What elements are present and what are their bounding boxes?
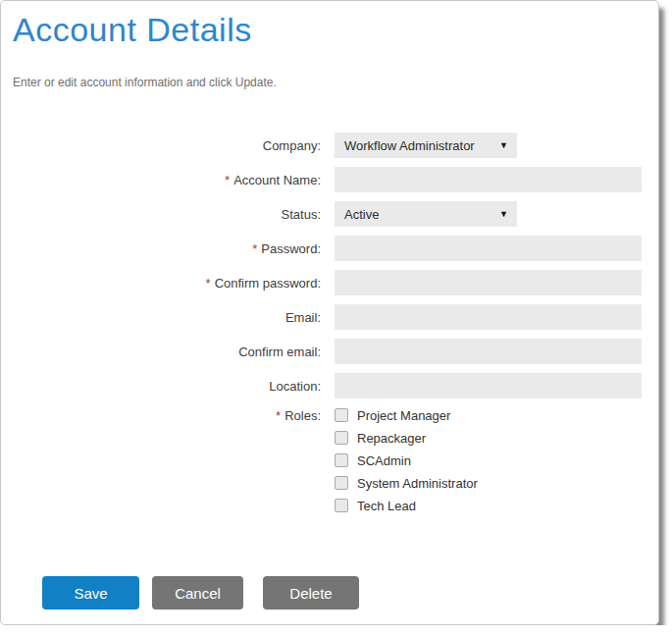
required-asterisk: * [276, 408, 281, 423]
location-label: Location: [1, 379, 335, 394]
role-option-scadmin[interactable]: SCAdmin [335, 452, 478, 468]
email-label: Email: [1, 310, 335, 325]
confirm-password-input[interactable] [335, 270, 642, 295]
chevron-down-icon: ▼ [499, 210, 508, 219]
role-option-tech-lead[interactable]: Tech Lead [335, 498, 478, 513]
form-row-status: Status: Active ▼ [1, 201, 658, 227]
confirm-password-label: *Confirm password: [1, 276, 335, 291]
checkbox-icon[interactable] [335, 499, 348, 512]
account-form: Company: Workflow Administrator ▼ *Accou… [1, 133, 658, 520]
form-row-confirm-email: Confirm email: [1, 339, 658, 364]
role-label: Tech Lead [357, 499, 416, 513]
email-input[interactable] [335, 304, 642, 330]
password-input[interactable] [335, 236, 642, 261]
location-input[interactable] [335, 373, 642, 398]
account-name-label: *Account Name: [1, 173, 335, 187]
cancel-button[interactable]: Cancel [152, 576, 243, 610]
required-asterisk: * [252, 241, 257, 256]
roles-checkbox-group: Project Manager Repackager SCAdmin Syste… [335, 407, 478, 520]
role-option-project-manager[interactable]: Project Manager [335, 407, 478, 423]
confirm-email-input[interactable] [335, 339, 642, 364]
role-label: System Administrator [357, 476, 478, 491]
company-label: Company: [1, 138, 335, 153]
role-label: Repackager [357, 431, 426, 446]
form-row-location: Location: [1, 373, 658, 398]
required-asterisk: * [225, 173, 230, 187]
save-button[interactable]: Save [42, 576, 139, 610]
checkbox-icon[interactable] [335, 408, 348, 422]
form-row-email: Email: [1, 304, 658, 330]
role-option-system-administrator[interactable]: System Administrator [335, 475, 478, 491]
account-details-panel: Account Details Enter or edit account in… [0, 0, 659, 625]
account-name-input[interactable] [335, 167, 642, 192]
checkbox-icon[interactable] [335, 431, 348, 445]
required-asterisk: * [206, 276, 211, 291]
company-select[interactable]: Workflow Administrator ▼ [335, 133, 517, 158]
password-label: *Password: [1, 241, 335, 256]
status-select-value: Active [344, 207, 379, 222]
page-title: Account Details [13, 11, 658, 49]
role-label: SCAdmin [357, 453, 411, 468]
page-subtitle: Enter or edit account information and cl… [13, 76, 658, 89]
delete-button[interactable]: Delete [263, 576, 359, 610]
checkbox-icon[interactable] [335, 453, 348, 467]
status-label: Status: [1, 207, 335, 222]
form-row-account-name: *Account Name: [1, 167, 658, 192]
chevron-down-icon: ▼ [499, 141, 508, 150]
form-row-confirm-password: *Confirm password: [1, 270, 658, 295]
checkbox-icon[interactable] [335, 476, 348, 490]
status-select[interactable]: Active ▼ [335, 201, 517, 227]
role-label: Project Manager [357, 408, 450, 423]
form-row-roles: *Roles: Project Manager Repackager SCAdm… [1, 407, 658, 520]
roles-label: *Roles: [1, 407, 335, 423]
confirm-email-label: Confirm email: [1, 345, 335, 359]
form-row-company: Company: Workflow Administrator ▼ [1, 133, 658, 158]
company-select-value: Workflow Administrator [344, 138, 475, 153]
form-row-password: *Password: [1, 236, 658, 261]
form-actions: Save Cancel Delete [42, 576, 658, 610]
role-option-repackager[interactable]: Repackager [335, 430, 478, 446]
